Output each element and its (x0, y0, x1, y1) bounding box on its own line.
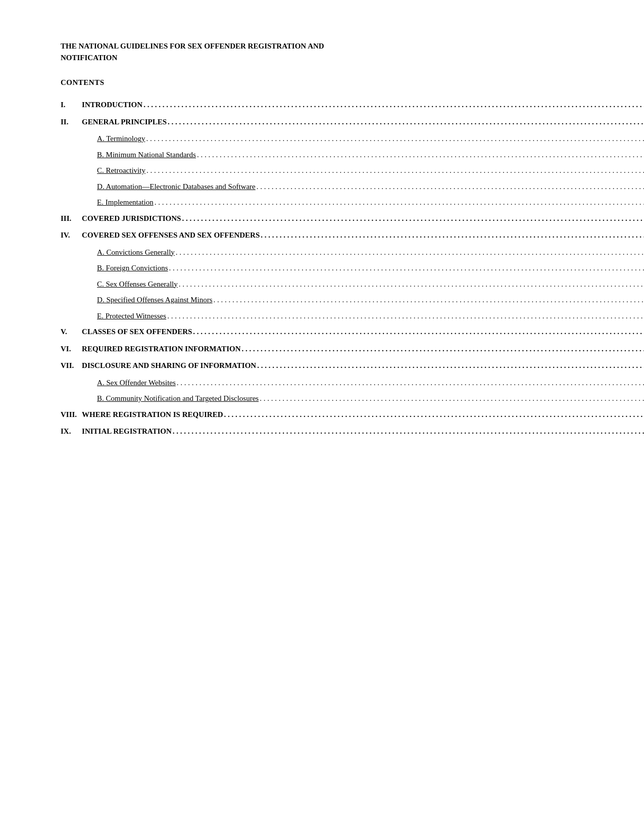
toc-text: INITIAL REGISTRATION (82, 424, 172, 440)
toc-text: B. Community Notification and Targeted D… (97, 391, 259, 407)
toc-number: IX. (61, 424, 82, 441)
toc-dots (242, 341, 644, 357)
toc-number: I. (61, 97, 82, 114)
toc-row: B. Minimum National Standards6 (61, 147, 644, 163)
toc-row: VIII.WHERE REGISTRATION IS REQUIRED41 (61, 407, 644, 424)
toc-entry: WHERE REGISTRATION IS REQUIRED41 (82, 407, 644, 424)
toc-number (61, 375, 82, 391)
toc-number (61, 245, 82, 261)
toc-text: GENERAL PRINCIPLES (82, 114, 167, 130)
toc-number (61, 276, 82, 293)
toc-row: A. Sex Offender Websites33 (61, 375, 644, 391)
toc-row: IX.INITIAL REGISTRATION44 (61, 424, 644, 441)
toc-number (61, 292, 82, 308)
toc-dots (260, 391, 644, 407)
toc-entry: A. Sex Offender Websites33 (82, 375, 644, 391)
toc-row: A. Terminology5 (61, 131, 644, 147)
toc-number (61, 179, 82, 195)
toc-text: A. Terminology (97, 131, 145, 147)
toc-text: COVERED JURISDICTIONS (82, 211, 181, 227)
doc-title: THE NATIONAL GUIDELINES FOR SEX OFFENDER… (61, 40, 583, 63)
toc-entry: C. Retroactivity7 (82, 163, 644, 179)
toc-dots (167, 308, 644, 325)
toc-dots (155, 195, 644, 211)
toc-dots (176, 245, 644, 261)
toc-row: D. Automation—Electronic Databases and S… (61, 179, 644, 195)
toc-entry: D. Automation—Electronic Databases and S… (82, 179, 644, 195)
toc-text: C. Retroactivity (97, 163, 145, 179)
toc-text: B. Minimum National Standards (97, 147, 196, 163)
toc-entry: CLASSES OF SEX OFFENDERS21 (82, 324, 644, 341)
toc-dots (193, 324, 644, 340)
toc-row: B. Community Notification and Targeted D… (61, 391, 644, 407)
toc-row: D. Specified Offenses Against Minors18 (61, 292, 644, 308)
toc-dots (257, 358, 644, 374)
toc-text: REQUIRED REGISTRATION INFORMATION (82, 341, 240, 357)
toc-dots (182, 211, 644, 227)
toc-entry: E. Protected Witnesses21 (82, 308, 644, 325)
toc-number: III. (61, 211, 82, 228)
document-container: THE NATIONAL GUIDELINES FOR SEX OFFENDER… (61, 40, 583, 441)
toc-table: I.INTRODUCTION3II.GENERAL PRINCIPLES5A. … (61, 97, 644, 441)
toc-dots (179, 276, 644, 293)
toc-dots (168, 114, 644, 130)
toc-dots (177, 375, 644, 391)
toc-text: WHERE REGISTRATION IS REQUIRED (82, 407, 223, 423)
toc-entry: COVERED JURISDICTIONS11 (82, 211, 644, 228)
toc-row: I.INTRODUCTION3 (61, 97, 644, 114)
toc-number (61, 131, 82, 147)
toc-number: V. (61, 324, 82, 341)
toc-text: A. Convictions Generally (97, 245, 175, 261)
toc-number: VII. (61, 358, 82, 375)
toc-number: II. (61, 114, 82, 131)
toc-dots (224, 407, 644, 423)
toc-dots (197, 147, 644, 163)
toc-entry: D. Specified Offenses Against Minors18 (82, 292, 644, 308)
toc-number (61, 163, 82, 179)
toc-dots (257, 179, 644, 195)
toc-row: B. Foreign Convictions16 (61, 260, 644, 276)
toc-row: C. Sex Offenses Generally17 (61, 276, 644, 293)
toc-row: IV.COVERED SEX OFFENSES AND SEX OFFENDER… (61, 227, 644, 245)
toc-dots (173, 424, 644, 440)
toc-entry: DISCLOSURE AND SHARING OF INFORMATION33 (82, 358, 644, 375)
toc-entry: B. Foreign Convictions16 (82, 260, 644, 276)
toc-row: V.CLASSES OF SEX OFFENDERS21 (61, 324, 644, 341)
toc-text: INTRODUCTION (82, 97, 142, 113)
toc-number: IV. (61, 227, 82, 245)
toc-row: E. Protected Witnesses21 (61, 308, 644, 325)
toc-number (61, 391, 82, 407)
toc-row: II.GENERAL PRINCIPLES5 (61, 114, 644, 131)
toc-entry: B. Community Notification and Targeted D… (82, 391, 644, 407)
toc-text: CLASSES OF SEX OFFENDERS (82, 324, 192, 340)
contents-label: CONTENTS (61, 78, 583, 87)
toc-text: E. Protected Witnesses (97, 308, 166, 325)
toc-row: VII.DISCLOSURE AND SHARING OF INFORMATIO… (61, 358, 644, 375)
toc-entry: INITIAL REGISTRATION44 (82, 424, 644, 441)
toc-row: C. Retroactivity7 (61, 163, 644, 179)
toc-text: C. Sex Offenses Generally (97, 276, 178, 293)
toc-number: VIII. (61, 407, 82, 424)
toc-text: COVERED SEX OFFENSES AND SEX OFFENDERS (82, 227, 260, 244)
toc-row: VI.REQUIRED REGISTRATION INFORMATION26 (61, 341, 644, 358)
toc-entry: A. Convictions Generally15 (82, 245, 644, 261)
toc-entry: E. Implementation9 (82, 195, 644, 211)
toc-entry: GENERAL PRINCIPLES5 (82, 114, 644, 131)
toc-number (61, 147, 82, 163)
toc-dots (214, 292, 644, 308)
toc-row: A. Convictions Generally15 (61, 245, 644, 261)
toc-number: VI. (61, 341, 82, 358)
toc-entry: COVERED SEX OFFENSES AND SEX OFFENDERS15 (82, 227, 644, 245)
toc-dots (146, 131, 644, 147)
toc-entry: B. Minimum National Standards6 (82, 147, 644, 163)
toc-row: E. Implementation9 (61, 195, 644, 211)
toc-row: III.COVERED JURISDICTIONS11 (61, 211, 644, 228)
toc-text: D. Automation—Electronic Databases and S… (97, 179, 256, 195)
toc-number (61, 308, 82, 325)
toc-entry: INTRODUCTION3 (82, 97, 644, 114)
toc-entry: A. Terminology5 (82, 131, 644, 147)
toc-text: E. Implementation (97, 195, 154, 211)
toc-entry: C. Sex Offenses Generally17 (82, 276, 644, 293)
toc-text: B. Foreign Convictions (97, 260, 168, 276)
toc-text: A. Sex Offender Websites (97, 375, 176, 391)
